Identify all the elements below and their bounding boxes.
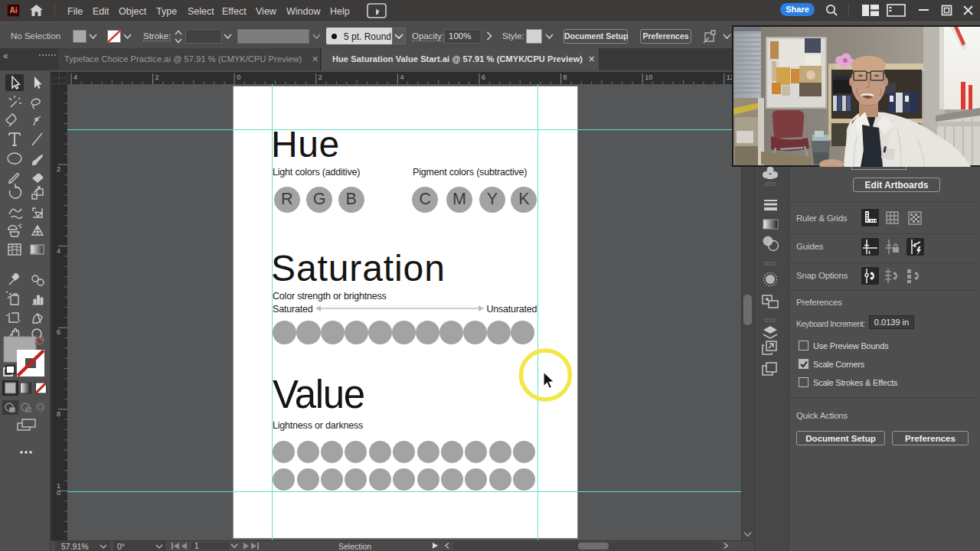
- svg-text:4: 4: [74, 73, 77, 81]
- svg-text:2: 2: [155, 73, 159, 81]
- svg-text:0: 0: [57, 489, 60, 497]
- svg-text:1: 1: [194, 543, 199, 549]
- svg-text:6: 6: [482, 73, 485, 81]
- svg-text:10: 10: [645, 73, 652, 81]
- svg-text:4: 4: [57, 247, 60, 255]
- svg-text:2: 2: [57, 165, 60, 173]
- svg-text:0: 0: [237, 73, 240, 81]
- svg-text:8: 8: [57, 410, 60, 418]
- svg-text:6: 6: [57, 328, 60, 336]
- svg-text:8: 8: [564, 73, 567, 81]
- svg-text:4: 4: [400, 73, 403, 81]
- svg-text:2: 2: [318, 73, 322, 81]
